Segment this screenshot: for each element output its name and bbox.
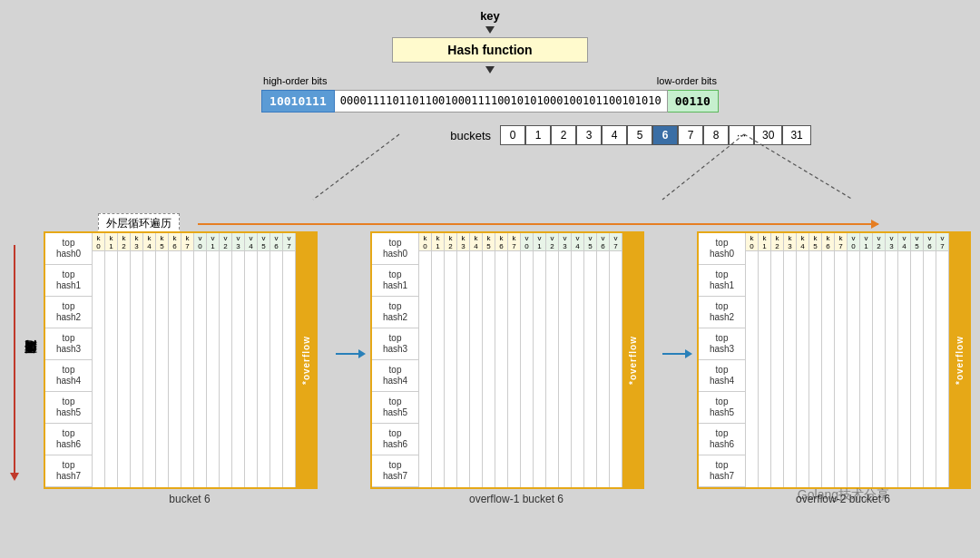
overflow-2-bucket-6: top hash0top hash1top hash2top hash3top … bbox=[697, 231, 980, 509]
v-header-6: v6 bbox=[270, 233, 282, 251]
hash-cell: top hash2 bbox=[699, 297, 745, 328]
k-header-7: k7 bbox=[508, 233, 520, 251]
k-header-4: k4 bbox=[797, 233, 808, 251]
k-header-1: k1 bbox=[432, 233, 444, 251]
v-col-7: v7 bbox=[283, 233, 296, 487]
overflow-col: *overflow bbox=[949, 233, 969, 487]
v-columns-group: v0v1v2v3v4v5v6v7 bbox=[521, 233, 622, 487]
v-body-3 bbox=[886, 251, 897, 487]
k-body-2 bbox=[118, 251, 130, 487]
hash-cell: top hash4 bbox=[372, 360, 418, 392]
k-col-4: k4 bbox=[470, 233, 483, 487]
v-header-2: v2 bbox=[546, 233, 558, 251]
hash-cell: top hash2 bbox=[45, 297, 92, 328]
k-body-7 bbox=[181, 251, 193, 487]
hash-cell: top hash3 bbox=[45, 328, 92, 360]
k-body-3 bbox=[457, 251, 469, 487]
k-columns-group: k0k1k2k3k4k5k6k7 bbox=[746, 233, 848, 487]
k-columns-group: k0k1k2k3k4k5k6k7 bbox=[93, 233, 194, 487]
k-col-3: k3 bbox=[457, 233, 470, 487]
v-body-4 bbox=[245, 251, 257, 487]
v-header-0: v0 bbox=[194, 233, 206, 251]
k-body-5 bbox=[156, 251, 168, 487]
v-columns-group: v0v1v2v3v4v5v6v7 bbox=[848, 233, 949, 487]
k-col-1: k1 bbox=[759, 233, 771, 487]
v-col-3: v3 bbox=[232, 233, 245, 487]
k-col-7: k7 bbox=[181, 233, 194, 487]
k-header-2: k2 bbox=[445, 233, 456, 251]
hash-cell: top hash6 bbox=[45, 424, 92, 455]
k-body-1 bbox=[432, 251, 444, 487]
v-col-2: v2 bbox=[546, 233, 559, 487]
bucket-cell-30: 30 bbox=[754, 125, 782, 145]
k-body-0 bbox=[419, 251, 431, 487]
bucket-label-0: bucket 6 bbox=[44, 489, 336, 509]
v-header-5: v5 bbox=[258, 233, 270, 251]
k-col-2: k2 bbox=[771, 233, 784, 487]
v-header-7: v7 bbox=[610, 233, 622, 251]
v-header-3: v3 bbox=[886, 233, 897, 251]
k-col-3: k3 bbox=[784, 233, 797, 487]
k-header-2: k2 bbox=[771, 233, 783, 251]
arrow-from-hash bbox=[485, 66, 495, 73]
v-body-1 bbox=[207, 251, 219, 487]
v-col-1: v1 bbox=[860, 233, 873, 487]
overflow-1-bucket-6: top hash0top hash1top hash2top hash3top … bbox=[370, 231, 662, 509]
v-header-0: v0 bbox=[848, 233, 859, 251]
k-col-0: k0 bbox=[746, 233, 759, 487]
watermark: Golang技术分享 bbox=[798, 487, 889, 504]
v-body-4 bbox=[572, 251, 583, 487]
hash-cell: top hash6 bbox=[699, 424, 745, 455]
overflow-col: *overflow bbox=[296, 233, 316, 487]
k-header-0: k0 bbox=[419, 233, 431, 251]
bucket-cell-5: 5 bbox=[627, 125, 652, 145]
v-col-1: v1 bbox=[534, 233, 546, 487]
bucket-cell-4: 4 bbox=[602, 125, 627, 145]
k-body-1 bbox=[759, 251, 770, 487]
k-body-1 bbox=[105, 251, 117, 487]
k-col-6: k6 bbox=[169, 233, 181, 487]
k-header-1: k1 bbox=[105, 233, 117, 251]
v-body-1 bbox=[860, 251, 872, 487]
hash-cell: top hash0 bbox=[45, 233, 92, 265]
bucket-cell-1: 1 bbox=[525, 125, 551, 145]
v-col-0: v0 bbox=[848, 233, 860, 487]
bucket-label-1: overflow-1 bucket 6 bbox=[370, 489, 662, 509]
v-col-4: v4 bbox=[245, 233, 258, 487]
buckets-label: buckets bbox=[450, 129, 491, 142]
k-header-1: k1 bbox=[759, 233, 770, 251]
k-body-7 bbox=[508, 251, 520, 487]
v-body-5 bbox=[911, 251, 923, 487]
overflow-text: *overflow bbox=[296, 233, 316, 487]
k-header-6: k6 bbox=[495, 233, 507, 251]
hash-cell: top hash6 bbox=[372, 424, 418, 455]
k-body-4 bbox=[797, 251, 808, 487]
inner-loop-arrow-line bbox=[9, 245, 20, 481]
v-col-0: v0 bbox=[194, 233, 207, 487]
k-col-1: k1 bbox=[105, 233, 118, 487]
k-body-0 bbox=[746, 251, 758, 487]
k-col-5: k5 bbox=[809, 233, 822, 487]
v-col-7: v7 bbox=[610, 233, 622, 487]
k-body-6 bbox=[169, 251, 181, 487]
bucket-cell-0: 0 bbox=[500, 125, 525, 145]
k-col-2: k2 bbox=[445, 233, 457, 487]
v-header-7: v7 bbox=[936, 233, 948, 251]
v-col-5: v5 bbox=[258, 233, 270, 487]
v-body-0 bbox=[521, 251, 533, 487]
k-body-6 bbox=[822, 251, 834, 487]
v-col-4: v4 bbox=[898, 233, 911, 487]
v-body-4 bbox=[898, 251, 910, 487]
k-header-4: k4 bbox=[470, 233, 482, 251]
v-header-1: v1 bbox=[207, 233, 219, 251]
hash-cell: top hash2 bbox=[372, 297, 418, 328]
hash-cell: top hash5 bbox=[45, 392, 92, 424]
k-col-0: k0 bbox=[93, 233, 105, 487]
v-header-4: v4 bbox=[898, 233, 910, 251]
hash-cell: top hash0 bbox=[699, 233, 745, 265]
v-header-1: v1 bbox=[534, 233, 545, 251]
k-col-5: k5 bbox=[483, 233, 495, 487]
v-columns-group: v0v1v2v3v4v5v6v7 bbox=[194, 233, 296, 487]
v-col-6: v6 bbox=[924, 233, 936, 487]
v-body-2 bbox=[873, 251, 885, 487]
